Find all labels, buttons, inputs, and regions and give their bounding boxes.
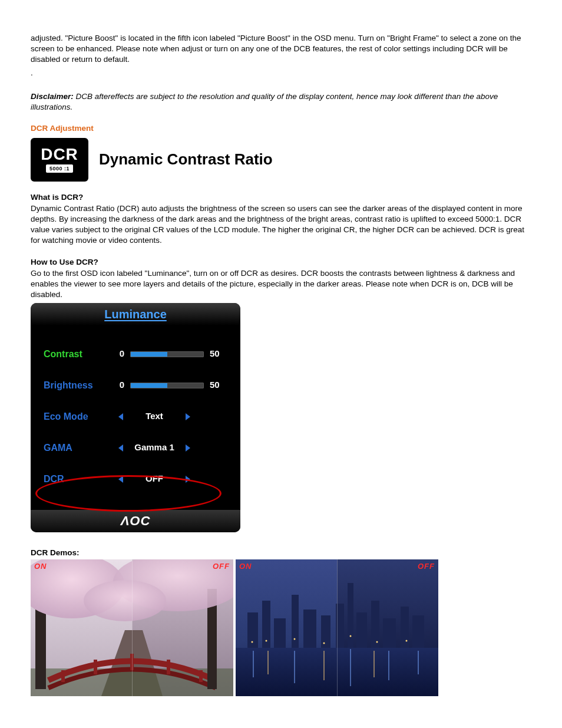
slider-contrast[interactable] (130, 351, 204, 357)
osd-row-gama[interactable]: GAMA Gamma 1 (44, 437, 227, 459)
demo-on-label: ON (34, 561, 47, 572)
svg-rect-21 (303, 610, 316, 648)
demo-off-label: OFF (418, 561, 435, 572)
disclaimer-paragraph: Disclaimer: DCB aftereffects are subject… (31, 91, 531, 113)
osd-max-brightness: 50 (210, 379, 227, 391)
svg-point-35 (376, 641, 378, 643)
disclaimer-label: Disclaimer: (31, 92, 74, 101)
dcr-icon: DCR 5000 :1 (31, 138, 88, 182)
chevron-left-icon[interactable] (118, 476, 123, 483)
osd-row-contrast[interactable]: Contrast 0 50 (44, 343, 227, 365)
osd-label-eco: Eco Mode (44, 410, 111, 423)
dcr-title-row: DCR 5000 :1 Dynamic Contrast Ratio (31, 138, 531, 182)
disclaimer-text: DCB aftereffects are subject to the reso… (31, 92, 498, 111)
chevron-left-icon[interactable] (118, 413, 123, 420)
osd-value-gama: Gamma 1 (134, 442, 175, 453)
svg-point-34 (350, 635, 352, 637)
osd-value-eco: Text (134, 410, 175, 422)
svg-rect-29 (412, 615, 424, 648)
svg-point-31 (266, 640, 267, 642)
osd-row-brightness[interactable]: Brightness 0 50 (44, 374, 227, 397)
osd-row-dcr[interactable]: DCR OFF (44, 468, 227, 490)
svg-rect-24 (348, 583, 353, 648)
svg-rect-28 (401, 607, 409, 648)
svg-point-36 (406, 640, 408, 642)
chevron-right-icon[interactable] (186, 413, 190, 420)
demo-on-label: ON (239, 561, 252, 572)
svg-rect-22 (321, 615, 330, 648)
how-to-use-dcr-text: Go to the first OSD icon labeled "Lumina… (31, 268, 531, 301)
osd-max-contrast: 50 (210, 348, 227, 360)
osd-label-contrast: Contrast (44, 348, 111, 361)
dcr-icon-text: DCR (41, 146, 78, 163)
svg-point-30 (252, 641, 253, 643)
dcr-title: Dynamic Contrast Ratio (99, 149, 273, 170)
svg-point-32 (294, 638, 296, 640)
demo-off-label: OFF (213, 561, 230, 572)
svg-rect-19 (274, 618, 286, 648)
what-is-dcr-heading: What is DCR? (31, 192, 531, 203)
osd-row-eco-mode[interactable]: Eco Mode Text (44, 406, 227, 428)
intro-paragraph: adjusted. "Picture Boost" is located in … (31, 33, 531, 65)
osd-label-gama: GAMA (44, 442, 111, 454)
dcr-adjustment-heading: DCR Adjustment (31, 123, 531, 134)
svg-point-13 (84, 580, 166, 621)
dcr-demos-row: ON OFF (31, 559, 531, 696)
what-is-dcr-text: Dynamic Contrast Ratio (DCR) auto adjust… (31, 203, 531, 246)
osd-value-dcr: OFF (134, 473, 175, 485)
demo-image-skyline: ON OFF (236, 559, 438, 696)
chevron-right-icon[interactable] (186, 444, 190, 452)
demo-image-blossom: ON OFF (31, 559, 233, 696)
chevron-right-icon[interactable] (186, 476, 190, 483)
aoc-logo: ΛOC (121, 513, 151, 528)
svg-rect-27 (383, 618, 396, 648)
osd-label-brightness: Brightness (44, 379, 111, 392)
svg-point-33 (323, 643, 325, 644)
osd-min-contrast: 0 (111, 348, 124, 360)
document-page: adjusted. "Picture Boost" is located in … (0, 0, 562, 720)
split-divider (132, 559, 133, 696)
osd-luminance-panel: Luminance Contrast 0 50 Brightness 0 50 … (31, 303, 240, 533)
osd-label-dcr: DCR (44, 473, 111, 486)
dcr-demos-heading: DCR Demos: (31, 548, 531, 558)
intro-dot: . (31, 68, 531, 78)
chevron-left-icon[interactable] (118, 444, 123, 452)
how-to-use-dcr-heading: How to Use DCR? (31, 257, 531, 268)
osd-header: Luminance (31, 303, 240, 325)
svg-rect-26 (371, 601, 379, 648)
osd-title: Luminance (104, 308, 167, 321)
osd-body: Contrast 0 50 Brightness 0 50 Eco Mode T… (31, 325, 240, 510)
dcr-icon-ratio: 5000 :1 (46, 164, 73, 173)
osd-footer: ΛOC (31, 510, 240, 533)
svg-rect-25 (356, 612, 367, 648)
slider-brightness[interactable] (130, 383, 204, 388)
osd-min-brightness: 0 (111, 379, 124, 391)
svg-rect-20 (292, 595, 299, 648)
split-divider (337, 559, 338, 696)
